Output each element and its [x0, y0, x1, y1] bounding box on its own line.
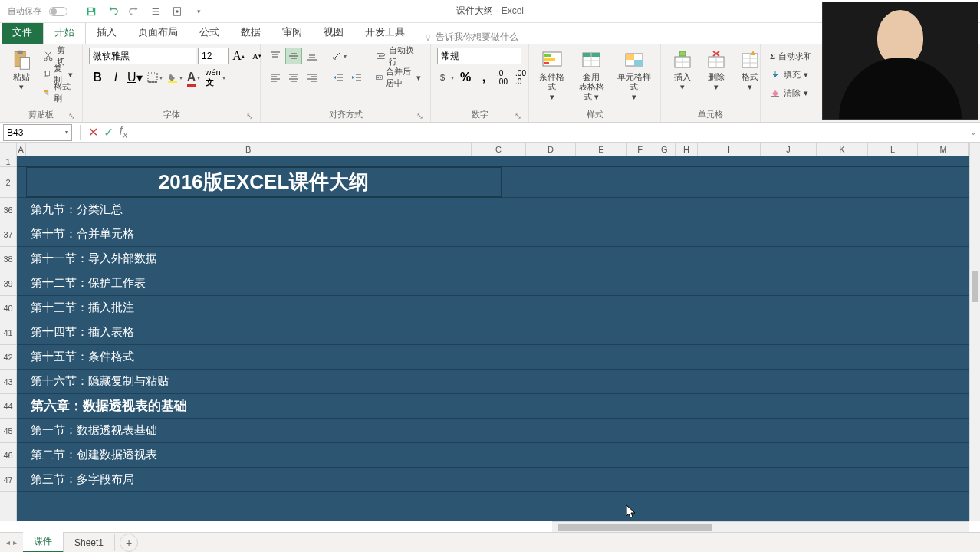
orientation-icon[interactable] — [330, 48, 348, 64]
sheet-tab-2[interactable]: Sheet1 — [64, 534, 115, 551]
wrap-text-button[interactable]: 自动换行 — [373, 48, 424, 64]
add-sheet-button[interactable]: + — [120, 534, 138, 552]
insert-cells-button[interactable]: 插入▾ — [667, 48, 698, 94]
qat-touch-icon[interactable] — [169, 3, 186, 20]
outline-row[interactable]: 第十三节：插入批注 — [17, 296, 969, 320]
cell-styles-button[interactable]: 单元格样式▾ — [614, 48, 654, 104]
paste-button[interactable]: 粘贴▾ — [6, 48, 37, 94]
italic-button[interactable]: I — [107, 69, 124, 86]
outline-row[interactable]: 第十节：合并单元格 — [17, 222, 969, 247]
col-header-A[interactable]: A — [17, 143, 26, 156]
row-header-38[interactable]: 38 — [0, 247, 16, 271]
col-header-F[interactable]: F — [627, 143, 653, 156]
underline-button[interactable]: U ▾ — [126, 69, 144, 86]
row-header-36[interactable]: 36 — [0, 198, 16, 222]
outline-row[interactable]: 第三节：多字段布局 — [17, 468, 969, 492]
tab-formulas[interactable]: 公式 — [189, 21, 230, 44]
number-launcher-icon[interactable]: ⤡ — [513, 111, 522, 120]
expand-formula-icon[interactable]: ⌄ — [966, 128, 980, 136]
decrease-indent-icon[interactable] — [330, 69, 347, 86]
increase-font-icon[interactable]: A▴ — [230, 48, 247, 64]
tab-data[interactable]: 数据 — [230, 21, 271, 44]
format-table-button[interactable]: 套用 表格格式 ▾ — [572, 48, 611, 104]
col-header-G[interactable]: G — [653, 143, 676, 156]
clear-button[interactable]: 清除 ▾ — [767, 84, 811, 101]
col-header-H[interactable]: H — [676, 143, 698, 156]
col-header-M[interactable]: M — [918, 143, 969, 156]
align-top-icon[interactable] — [267, 48, 284, 64]
tab-pagelayout[interactable]: 页面布局 — [127, 21, 189, 44]
row-headers[interactable]: 12363738394041424344454647 — [0, 156, 17, 521]
tab-review[interactable]: 审阅 — [271, 21, 313, 44]
col-header-D[interactable]: D — [526, 143, 576, 156]
col-header-L[interactable]: L — [868, 143, 918, 156]
row-header-45[interactable]: 45 — [0, 419, 16, 443]
outline-title-cell[interactable]: 2016版EXCEL课件大纲 — [26, 167, 502, 198]
vertical-scrollbar[interactable] — [969, 156, 980, 521]
fill-color-button[interactable] — [166, 69, 184, 86]
outline-row[interactable]: 第一节：数据透视表基础 — [17, 419, 969, 443]
col-header-E[interactable]: E — [576, 143, 627, 156]
bold-button[interactable]: B — [89, 69, 106, 86]
col-header-I[interactable]: I — [698, 143, 761, 156]
row-header-37[interactable]: 37 — [0, 222, 16, 247]
align-middle-icon[interactable] — [285, 48, 302, 64]
autosave-toggle[interactable]: 自动保存 — [5, 4, 44, 18]
cut-button[interactable]: 剪切 — [40, 48, 76, 64]
align-left-icon[interactable] — [267, 69, 284, 86]
format-painter-button[interactable]: 格式刷 — [40, 84, 76, 101]
outline-row[interactable]: 第十一节：导入外部数据 — [17, 247, 969, 271]
font-size-select[interactable] — [198, 48, 229, 64]
conditional-format-button[interactable]: 条件格式▾ — [535, 48, 569, 104]
phonetic-button[interactable]: wén文 — [204, 69, 227, 86]
tab-insert[interactable]: 插入 — [86, 21, 127, 44]
cell-row[interactable]: 2016版EXCEL课件大纲 — [17, 167, 969, 198]
currency-icon[interactable]: $ — [437, 69, 455, 86]
outline-row[interactable]: 第十六节：隐藏复制与粘贴 — [17, 370, 969, 394]
row-header-2[interactable]: 2 — [0, 167, 16, 198]
align-center-icon[interactable] — [285, 69, 302, 86]
sheet-tab-1[interactable]: 课件 — [23, 532, 64, 552]
formula-input[interactable] — [131, 124, 966, 141]
align-right-icon[interactable] — [304, 69, 321, 86]
border-button[interactable] — [146, 69, 164, 86]
confirm-icon[interactable]: ✓ — [100, 125, 116, 140]
row-header-46[interactable]: 46 — [0, 443, 16, 468]
outline-row[interactable]: 第六章：数据透视表的基础 — [17, 394, 969, 419]
outline-row[interactable]: 第九节：分类汇总 — [17, 198, 969, 222]
row-header-47[interactable]: 47 — [0, 468, 16, 492]
qat-customize-icon[interactable]: ▾ — [190, 3, 207, 20]
row-header-39[interactable]: 39 — [0, 271, 16, 296]
sheet-nav-arrows[interactable]: ◂▸ — [0, 538, 23, 547]
cell-row[interactable] — [17, 156, 969, 167]
tell-me-search[interactable]: 告诉我你想要做什么 — [423, 31, 518, 44]
column-headers[interactable]: ABCDEFGHIJKLM — [17, 143, 969, 156]
col-header-J[interactable]: J — [761, 143, 817, 156]
decrease-decimal-icon[interactable]: .00.0 — [512, 69, 529, 86]
tab-developer[interactable]: 开发工具 — [354, 21, 416, 44]
align-bottom-icon[interactable] — [304, 48, 321, 64]
increase-indent-icon[interactable] — [348, 69, 365, 86]
font-launcher-icon[interactable]: ⤡ — [245, 111, 254, 120]
alignment-launcher-icon[interactable]: ⤡ — [415, 111, 424, 120]
row-header-42[interactable]: 42 — [0, 345, 16, 370]
col-header-B[interactable]: B — [26, 143, 472, 156]
outline-row[interactable]: 第二节：创建数据透视表 — [17, 443, 969, 468]
save-icon[interactable] — [83, 3, 100, 20]
qat-list-icon[interactable] — [147, 3, 164, 20]
font-color-button[interactable]: A — [186, 69, 202, 86]
row-header-1[interactable]: 1 — [0, 156, 16, 167]
increase-decimal-icon[interactable]: .0.00 — [494, 69, 511, 86]
row-header-41[interactable]: 41 — [0, 320, 16, 345]
col-header-K[interactable]: K — [817, 143, 868, 156]
percent-icon[interactable]: % — [457, 69, 474, 86]
tab-view[interactable]: 视图 — [313, 21, 354, 44]
outline-row[interactable]: 第十五节：条件格式 — [17, 345, 969, 370]
autosum-button[interactable]: Σ自动求和 — [767, 48, 815, 64]
undo-icon[interactable] — [104, 3, 121, 20]
fx-icon[interactable]: fx — [116, 125, 131, 140]
copy-button[interactable]: 复制 ▾ — [40, 66, 76, 83]
col-header-C[interactable]: C — [472, 143, 526, 156]
fill-button[interactable]: 填充 ▾ — [767, 66, 811, 83]
horizontal-scrollbar[interactable] — [552, 521, 969, 532]
